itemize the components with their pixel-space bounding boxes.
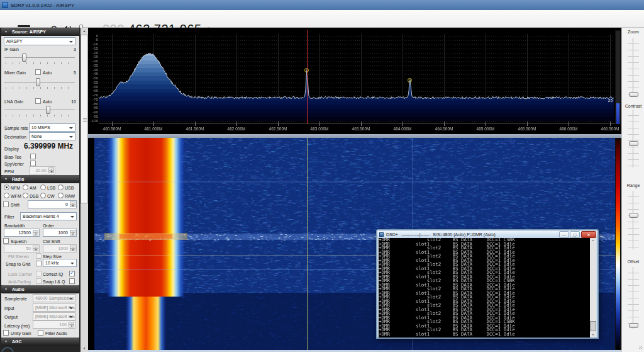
dsd-scroll-thumb[interactable] — [590, 321, 596, 331]
radio-panel-header[interactable]: Radio — [1, 175, 79, 183]
zoom-slider-thumb[interactable] — [629, 92, 638, 97]
contrast-slider-thumb[interactable] — [629, 141, 638, 146]
freq-tick-mark — [486, 124, 486, 126]
dsd-maximize-button[interactable]: ▢ — [570, 231, 580, 238]
audio-latency-label: Latency (ms) — [4, 323, 30, 329]
audio-output-label: Output — [4, 314, 18, 320]
offset-slider-track[interactable] — [628, 267, 639, 329]
dsd-plus-window[interactable]: DSD+ ------------|------ S/S=4800 (Auto)… — [376, 229, 599, 339]
ppm-spinner[interactable]: 20.00 — [29, 166, 55, 174]
spyverter-checkbox[interactable] — [30, 161, 36, 166]
dsd-titlebar[interactable]: DSD+ ------------|------ S/S=4800 (Auto)… — [377, 230, 597, 238]
filter-audio-checkbox[interactable] — [38, 330, 43, 336]
mixer-gain-auto-checkbox[interactable] — [35, 69, 41, 75]
sidebar-scroll-down-icon[interactable]: ▼ — [80, 345, 88, 352]
freq-tick-mark — [361, 124, 362, 126]
mode-radio-lsb[interactable] — [40, 185, 46, 190]
freq-tick-mark — [402, 124, 403, 126]
logo-circle — [1, 347, 14, 352]
filter-label: Filter — [4, 214, 14, 220]
bias-tee-checkbox[interactable] — [30, 154, 36, 159]
step-size-dropdown[interactable]: 10 kHz — [43, 259, 77, 267]
mode-radio-dsb[interactable] — [23, 193, 28, 198]
audio-latency-spinner[interactable]: 100 — [33, 321, 75, 329]
mode-radio-am[interactable] — [23, 185, 28, 190]
order-label: Order — [43, 223, 54, 229]
freq-tick-label: 462.000M — [221, 127, 252, 131]
range-slider-track[interactable] — [628, 191, 639, 249]
lock-carrier-label: Lock Carrier — [8, 271, 32, 277]
agc-panel-header[interactable]: AGC — [1, 338, 79, 346]
dsd-window-title: DSD+ ------------|------ S/S=4800 (Auto)… — [386, 232, 496, 237]
sample-rate-label: Sample rate — [4, 125, 28, 131]
bandwidth-spinner[interactable]: 12500 — [4, 229, 40, 237]
sample-rate-dropdown[interactable]: 10 MSPS — [29, 123, 75, 132]
range-slider-thumb[interactable] — [629, 213, 638, 218]
audio-input-dropdown[interactable]: [MME] Microsoft Soun — [33, 304, 75, 312]
sidebar-scroll-up-icon[interactable]: ▲ — [80, 28, 88, 35]
freq-tick-label: 464.000M — [387, 127, 418, 131]
source-panel-header[interactable]: Source: AIRSPY — [1, 28, 79, 36]
mode-radio-cw[interactable] — [40, 193, 46, 198]
if-gain-slider-ticks — [6, 62, 75, 64]
shift-checkbox[interactable] — [3, 202, 9, 207]
anti-fading-checkbox — [36, 278, 42, 284]
window-title: SDR# v1.0.0.1402 - AIRSPY — [11, 3, 74, 8]
left-control-panel: Source: AIRSPY AIRSPY IF Gain 3 Mixer Ga… — [0, 28, 80, 352]
decimation-label: Decimation — [4, 134, 26, 140]
dsd-minimize-button[interactable]: — — [559, 231, 569, 238]
squelch-checkbox[interactable] — [3, 238, 9, 244]
mode-radio-raw[interactable] — [58, 193, 64, 198]
ppm-label: PPM — [4, 169, 14, 174]
sidebar-scrollbar[interactable]: ▲ ▼ — [80, 28, 88, 352]
spectrum-plot[interactable] — [88, 28, 621, 124]
window-titlebar[interactable]: SDR# v1.0.0.1402 - AIRSPY — [0, 0, 644, 10]
peak-marker — [304, 68, 309, 72]
decimation-dropdown[interactable]: None — [29, 132, 75, 140]
audio-samplerate-dropdown[interactable]: 48000 Samples/sec — [33, 294, 75, 302]
lock-carrier-checkbox — [36, 271, 42, 276]
mode-radio-wfm[interactable] — [4, 193, 9, 198]
lna-gain-slider[interactable] — [4, 106, 75, 114]
anti-fading-label: Anti-Fading — [8, 279, 31, 285]
audio-output-dropdown[interactable]: [MME] Microsoft Soun — [33, 312, 75, 321]
mixer-gain-slider[interactable] — [4, 78, 75, 86]
mode-label-raw: RAW — [65, 193, 75, 199]
lna-gain-auto-checkbox[interactable] — [35, 98, 41, 104]
mode-radio-nfm[interactable] — [4, 185, 9, 190]
audio-panel-header[interactable]: Audio — [1, 285, 79, 293]
if-gain-slider-thumb[interactable] — [22, 54, 26, 62]
cw-shift-spinner[interactable]: 1000 — [43, 244, 77, 253]
sdrsharp-app: SDR# v1.0.0.1402 - AIRSPY ■ ⚙ 000.462.72… — [0, 0, 644, 352]
order-spinner[interactable]: 1000 — [43, 229, 77, 237]
lna-gain-slider-thumb[interactable] — [46, 106, 50, 114]
squelch-spinner[interactable]: 50 — [4, 244, 40, 253]
mixer-gain-slider-thumb[interactable] — [36, 78, 40, 86]
dsd-close-button[interactable]: ✕ — [581, 231, 596, 238]
dsd-scroll-down-icon[interactable]: ▼ — [590, 332, 596, 338]
sidebar-scroll-thumb[interactable] — [80, 35, 88, 203]
if-gain-slider[interactable] — [4, 54, 75, 62]
resize-grip[interactable] — [639, 346, 643, 349]
contrast-slider-track[interactable] — [628, 110, 639, 167]
zoom-slider-track[interactable] — [628, 38, 639, 96]
freq-tick-label: 463.000M — [304, 127, 335, 131]
filter-dropdown[interactable]: Blackman-Harris 4 — [20, 212, 77, 220]
tuning-line[interactable] — [307, 30, 308, 124]
correct-iq-checkbox[interactable] — [69, 271, 75, 276]
dsd-scroll-up-icon[interactable]: ▲ — [590, 238, 596, 243]
swap-iq-checkbox[interactable] — [69, 278, 75, 284]
freq-tick-mark — [112, 124, 113, 126]
source-device-dropdown[interactable]: AIRSPY — [4, 37, 75, 45]
dsd-scrollbar[interactable]: ▲ ▼ — [590, 238, 596, 338]
mode-radio-usb[interactable] — [58, 185, 64, 190]
freq-tick-label: 465.000M — [470, 127, 501, 131]
shift-spinner[interactable]: 0 — [28, 200, 77, 208]
snap-to-grid-checkbox[interactable] — [36, 261, 42, 266]
mode-label-lsb: LSB — [47, 185, 55, 191]
offset-slider-thumb[interactable] — [629, 323, 638, 328]
if-gain-label: IF Gain — [4, 47, 19, 52]
unity-gain-checkbox[interactable] — [3, 330, 9, 336]
zoom-slider-label: Zoom — [622, 30, 644, 34]
signal-level-meter — [615, 30, 621, 126]
